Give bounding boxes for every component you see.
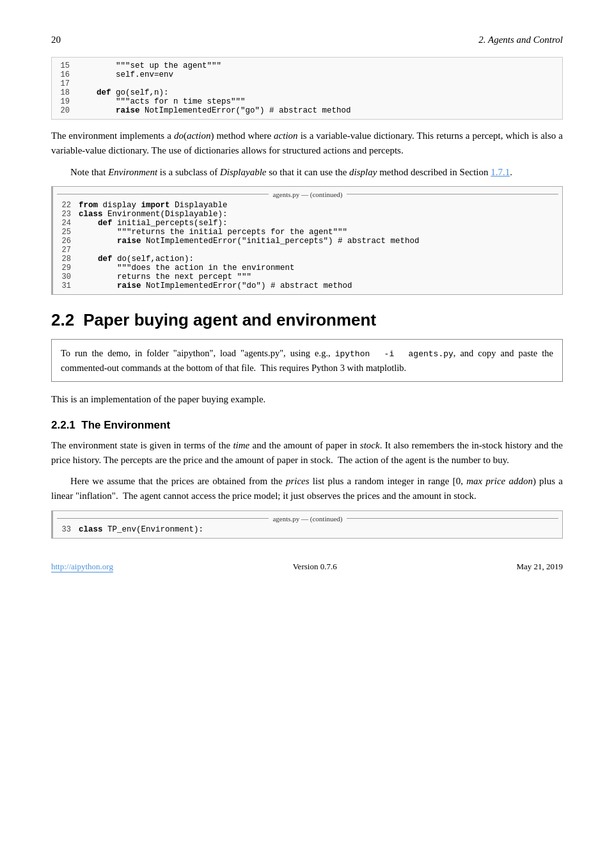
page: 20 2. Agents and Control 15 """set up th… [0, 0, 614, 611]
footer-date: May 21, 2019 [516, 562, 563, 572]
page-footer: http://aipython.org Version 0.7.6 May 21… [51, 558, 563, 572]
footer-version: Version 0.7.6 [293, 562, 337, 572]
code-filename-bar-3: agents.py — (continued) [53, 515, 562, 523]
code-line: 28 def do(self,action): [53, 255, 562, 264]
prose-paragraph-4: The environment state is given in terms … [51, 438, 563, 468]
code-line: 30 returns the next percept """ [53, 272, 562, 281]
code-filename-label-3: agents.py — (continued) [272, 515, 342, 523]
code-line: 15 """set up the agent""" [52, 61, 562, 70]
code-line: 24 def initial_percepts(self): [53, 219, 562, 228]
code-line: 25 """returns the initial percepts for t… [53, 228, 562, 237]
code-line: 19 """acts for n time steps""" [52, 97, 562, 106]
subsection-title: The Environment [81, 419, 170, 431]
code-block-3: agents.py — (continued) 33 class TP_env(… [51, 510, 563, 539]
prose-paragraph-3: This is an implementation of the paper b… [51, 392, 563, 407]
subsection-2-2-1-heading: 2.2.1 The Environment [51, 419, 563, 432]
code-line: 16 self.env=env [52, 70, 562, 79]
section-title: Paper buying agent and environment [83, 310, 376, 329]
code-line: 17 [52, 79, 562, 88]
prose-paragraph-1: The environment implements a do(action) … [51, 129, 563, 159]
page-number: 20 [51, 35, 61, 45]
footer-link[interactable]: http://aipython.org [51, 562, 113, 572]
code-filename-bar: agents.py — (continued) [53, 191, 562, 198]
code-line: 23 class Environment(Displayable): [53, 210, 562, 219]
section-2-2-heading: 2.2Paper buying agent and environment [51, 310, 563, 330]
code-line: 26 raise NotImplementedError("initial_pe… [53, 237, 562, 246]
code-block-2: agents.py — (continued) 22 from display … [51, 186, 563, 295]
code-line: 27 [53, 246, 562, 255]
subsection-number: 2.2.1 [51, 419, 75, 431]
info-box: To run the demo, in folder "aipython", l… [51, 339, 563, 383]
code-line: 22 from display import Displayable [53, 201, 562, 210]
section-number: 2.2 [51, 310, 74, 329]
info-box-text: To run the demo, in folder "aipython", l… [61, 348, 553, 373]
prose-paragraph-5: Here we assume that the prices are obtai… [51, 474, 563, 504]
code-line: 18 def go(self,n): [52, 88, 562, 97]
section-link-177[interactable]: 1.7.1 [491, 167, 510, 177]
code-line: 33 class TP_env(Environment): [53, 525, 562, 534]
code-line: 31 raise NotImplementedError("do") # abs… [53, 281, 562, 290]
code-filename-label: agents.py — (continued) [272, 191, 342, 198]
code-line: 29 """does the action in the environment [53, 264, 562, 272]
prose-paragraph-2: Note that Environment is a subclass of D… [51, 165, 563, 180]
code-block-1: 15 """set up the agent""" 16 self.env=en… [51, 57, 563, 120]
page-header: 20 2. Agents and Control [51, 35, 563, 45]
code-line: 20 raise NotImplementedError("go") # abs… [52, 106, 562, 115]
chapter-title: 2. Agents and Control [478, 35, 563, 45]
